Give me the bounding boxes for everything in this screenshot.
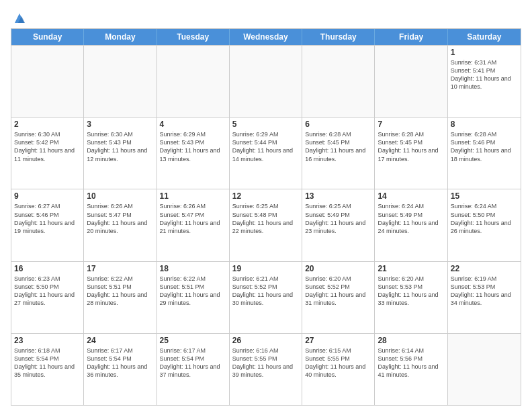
- day-number: 28: [378, 336, 444, 345]
- calendar-day-empty: [11, 46, 84, 117]
- weekday-header-sunday: Sunday: [11, 29, 84, 45]
- day-info: Sunrise: 6:28 AM Sunset: 5:45 PM Dayligh…: [378, 130, 444, 163]
- weekday-header-tuesday: Tuesday: [157, 29, 230, 45]
- calendar: SundayMondayTuesdayWednesdayThursdayFrid…: [11, 28, 521, 406]
- day-info: Sunrise: 6:20 AM Sunset: 5:53 PM Dayligh…: [378, 275, 444, 308]
- day-number: 18: [160, 264, 226, 273]
- day-number: 11: [160, 191, 226, 201]
- day-info: Sunrise: 6:18 AM Sunset: 5:54 PM Dayligh…: [14, 347, 81, 379]
- day-info: Sunrise: 6:24 AM Sunset: 5:50 PM Dayligh…: [451, 202, 518, 235]
- calendar-day-empty: [230, 46, 302, 117]
- day-info: Sunrise: 6:29 AM Sunset: 5:44 PM Dayligh…: [232, 130, 299, 163]
- day-info: Sunrise: 6:28 AM Sunset: 5:45 PM Dayligh…: [305, 130, 371, 163]
- calendar-day-12: 12Sunrise: 6:25 AM Sunset: 5:48 PM Dayli…: [230, 189, 302, 261]
- day-info: Sunrise: 6:26 AM Sunset: 5:47 PM Dayligh…: [160, 202, 226, 235]
- day-info: Sunrise: 6:29 AM Sunset: 5:43 PM Dayligh…: [160, 130, 226, 163]
- header: [11, 11, 521, 23]
- calendar-day-3: 3Sunrise: 6:30 AM Sunset: 5:43 PM Daylig…: [84, 118, 157, 189]
- calendar-row-4: 16Sunrise: 6:23 AM Sunset: 5:50 PM Dayli…: [11, 261, 521, 333]
- calendar-day-19: 19Sunrise: 6:21 AM Sunset: 5:52 PM Dayli…: [230, 262, 302, 333]
- calendar-day-14: 14Sunrise: 6:24 AM Sunset: 5:49 PM Dayli…: [375, 189, 447, 261]
- day-number: 8: [451, 120, 518, 129]
- day-number: 17: [87, 264, 153, 273]
- day-number: 13: [305, 191, 371, 201]
- day-number: 20: [305, 264, 371, 273]
- day-number: 24: [87, 336, 153, 345]
- day-number: 26: [232, 336, 299, 345]
- page: SundayMondayTuesdayWednesdayThursdayFrid…: [0, 0, 532, 411]
- day-number: 9: [14, 191, 81, 201]
- day-info: Sunrise: 6:16 AM Sunset: 5:55 PM Dayligh…: [232, 347, 299, 379]
- calendar-row-5: 23Sunrise: 6:18 AM Sunset: 5:54 PM Dayli…: [11, 333, 521, 405]
- day-number: 5: [232, 120, 299, 129]
- weekday-header-saturday: Saturday: [448, 29, 521, 45]
- day-info: Sunrise: 6:25 AM Sunset: 5:49 PM Dayligh…: [305, 202, 371, 235]
- day-info: Sunrise: 6:28 AM Sunset: 5:46 PM Dayligh…: [451, 130, 518, 163]
- day-info: Sunrise: 6:30 AM Sunset: 5:43 PM Dayligh…: [87, 130, 153, 163]
- calendar-day-17: 17Sunrise: 6:22 AM Sunset: 5:51 PM Dayli…: [84, 262, 157, 333]
- calendar-body: 1Sunrise: 6:31 AM Sunset: 5:41 PM Daylig…: [11, 45, 521, 405]
- calendar-day-25: 25Sunrise: 6:17 AM Sunset: 5:54 PM Dayli…: [157, 334, 230, 405]
- day-info: Sunrise: 6:24 AM Sunset: 5:49 PM Dayligh…: [378, 202, 444, 235]
- calendar-day-5: 5Sunrise: 6:29 AM Sunset: 5:44 PM Daylig…: [230, 118, 302, 189]
- calendar-day-18: 18Sunrise: 6:22 AM Sunset: 5:51 PM Dayli…: [157, 262, 230, 333]
- calendar-day-11: 11Sunrise: 6:26 AM Sunset: 5:47 PM Dayli…: [157, 189, 230, 261]
- day-info: Sunrise: 6:26 AM Sunset: 5:47 PM Dayligh…: [87, 202, 153, 235]
- calendar-day-6: 6Sunrise: 6:28 AM Sunset: 5:45 PM Daylig…: [302, 118, 375, 189]
- day-info: Sunrise: 6:19 AM Sunset: 5:53 PM Dayligh…: [451, 275, 518, 308]
- day-number: 14: [378, 191, 444, 201]
- day-info: Sunrise: 6:20 AM Sunset: 5:52 PM Dayligh…: [305, 275, 371, 308]
- day-number: 22: [451, 264, 518, 273]
- logo-icon: [12, 11, 27, 26]
- calendar-day-1: 1Sunrise: 6:31 AM Sunset: 5:41 PM Daylig…: [448, 46, 521, 117]
- day-info: Sunrise: 6:21 AM Sunset: 5:52 PM Dayligh…: [232, 275, 299, 308]
- calendar-day-10: 10Sunrise: 6:26 AM Sunset: 5:47 PM Dayli…: [84, 189, 157, 261]
- calendar-day-21: 21Sunrise: 6:20 AM Sunset: 5:53 PM Dayli…: [375, 262, 447, 333]
- weekday-header-wednesday: Wednesday: [230, 29, 302, 45]
- calendar-day-16: 16Sunrise: 6:23 AM Sunset: 5:50 PM Dayli…: [11, 262, 84, 333]
- calendar-day-9: 9Sunrise: 6:27 AM Sunset: 5:46 PM Daylig…: [11, 189, 84, 261]
- weekday-header-thursday: Thursday: [302, 29, 375, 45]
- calendar-day-22: 22Sunrise: 6:19 AM Sunset: 5:53 PM Dayli…: [448, 262, 521, 333]
- day-number: 15: [451, 191, 518, 201]
- calendar-day-8: 8Sunrise: 6:28 AM Sunset: 5:46 PM Daylig…: [448, 118, 521, 189]
- day-info: Sunrise: 6:15 AM Sunset: 5:55 PM Dayligh…: [305, 347, 371, 379]
- calendar-row-1: 1Sunrise: 6:31 AM Sunset: 5:41 PM Daylig…: [11, 45, 521, 117]
- calendar-row-3: 9Sunrise: 6:27 AM Sunset: 5:46 PM Daylig…: [11, 189, 521, 261]
- day-number: 19: [232, 264, 299, 273]
- day-number: 4: [160, 120, 226, 129]
- calendar-day-2: 2Sunrise: 6:30 AM Sunset: 5:42 PM Daylig…: [11, 118, 84, 189]
- day-number: 1: [451, 48, 518, 57]
- day-info: Sunrise: 6:14 AM Sunset: 5:56 PM Dayligh…: [378, 347, 444, 379]
- calendar-day-26: 26Sunrise: 6:16 AM Sunset: 5:55 PM Dayli…: [230, 334, 302, 405]
- day-number: 10: [87, 191, 153, 201]
- day-number: 7: [378, 120, 444, 129]
- calendar-day-7: 7Sunrise: 6:28 AM Sunset: 5:45 PM Daylig…: [375, 118, 447, 189]
- calendar-day-empty: [448, 334, 521, 405]
- calendar-day-27: 27Sunrise: 6:15 AM Sunset: 5:55 PM Dayli…: [302, 334, 375, 405]
- day-number: 27: [305, 336, 371, 345]
- calendar-row-2: 2Sunrise: 6:30 AM Sunset: 5:42 PM Daylig…: [11, 117, 521, 189]
- day-info: Sunrise: 6:23 AM Sunset: 5:50 PM Dayligh…: [14, 275, 81, 308]
- calendar-day-empty: [302, 46, 375, 117]
- day-info: Sunrise: 6:17 AM Sunset: 5:54 PM Dayligh…: [160, 347, 226, 379]
- day-info: Sunrise: 6:27 AM Sunset: 5:46 PM Dayligh…: [14, 202, 81, 235]
- calendar-day-4: 4Sunrise: 6:29 AM Sunset: 5:43 PM Daylig…: [157, 118, 230, 189]
- day-number: 23: [14, 336, 81, 345]
- calendar-day-23: 23Sunrise: 6:18 AM Sunset: 5:54 PM Dayli…: [11, 334, 84, 405]
- day-info: Sunrise: 6:17 AM Sunset: 5:54 PM Dayligh…: [87, 347, 153, 379]
- weekday-header-monday: Monday: [84, 29, 157, 45]
- day-number: 21: [378, 264, 444, 273]
- day-number: 2: [14, 120, 81, 129]
- calendar-day-20: 20Sunrise: 6:20 AM Sunset: 5:52 PM Dayli…: [302, 262, 375, 333]
- day-number: 25: [160, 336, 226, 345]
- day-info: Sunrise: 6:22 AM Sunset: 5:51 PM Dayligh…: [87, 275, 153, 308]
- calendar-day-empty: [157, 46, 230, 117]
- day-number: 12: [232, 191, 299, 201]
- weekday-header-friday: Friday: [375, 29, 447, 45]
- day-number: 16: [14, 264, 81, 273]
- calendar-header: SundayMondayTuesdayWednesdayThursdayFrid…: [11, 29, 521, 45]
- day-info: Sunrise: 6:31 AM Sunset: 5:41 PM Dayligh…: [451, 58, 518, 91]
- calendar-day-empty: [375, 46, 447, 117]
- logo: [11, 11, 27, 23]
